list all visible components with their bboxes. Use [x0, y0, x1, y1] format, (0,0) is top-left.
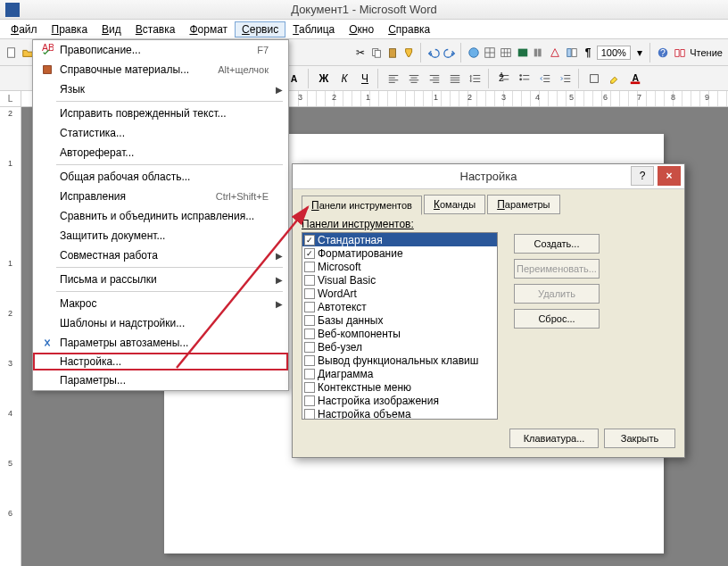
checkbox[interactable] [304, 409, 315, 420]
align-center-icon[interactable] [404, 69, 424, 88]
toolbar-list-item[interactable]: ✓Стандартная [302, 233, 497, 246]
toolbar-list-item[interactable]: Автотекст [302, 300, 497, 313]
menu-item[interactable]: Параметры... [33, 370, 288, 390]
toolbar-list-item[interactable]: Вывод функциональных клавиш [302, 354, 497, 367]
checkbox[interactable]: ✓ [304, 248, 315, 259]
hyperlink-icon[interactable] [466, 43, 481, 62]
toolbar-list-item[interactable]: Диаграмма [302, 367, 497, 380]
align-right-icon[interactable] [425, 69, 444, 88]
menu-формат[interactable]: Формат [182, 21, 235, 37]
create-button[interactable]: Создать... [514, 234, 600, 254]
menu-сервис[interactable]: Сервис [235, 21, 285, 37]
decrease-indent-icon[interactable] [535, 69, 555, 88]
menu-item[interactable]: Макрос▶ [33, 294, 288, 313]
menu-item[interactable]: Справочные материалы...Alt+щелчок [33, 60, 288, 79]
menu-таблица[interactable]: Таблица [285, 21, 342, 37]
font-color-icon[interactable]: A [625, 69, 645, 88]
checkbox[interactable] [304, 288, 315, 299]
checkbox[interactable] [304, 329, 315, 339]
menu-вставка[interactable]: Вставка [128, 21, 183, 37]
show-marks-icon[interactable]: ¶ [580, 43, 595, 62]
checkbox[interactable] [304, 275, 315, 286]
checkbox[interactable] [304, 262, 315, 272]
italic-button[interactable]: К [335, 69, 354, 88]
read-mode-label[interactable]: Чтение [688, 47, 724, 58]
dialog-help-button[interactable]: ? [631, 166, 654, 186]
menu-item[interactable]: Исправить поврежденный текст... [33, 104, 288, 123]
checkbox[interactable]: ✓ [304, 235, 315, 246]
menu-item[interactable]: Автореферат... [33, 143, 288, 162]
toolbar-list-item[interactable]: Базы данных [302, 313, 497, 327]
menu-item[interactable]: Общая рабочая область... [33, 167, 288, 187]
menu-item[interactable]: ABCПравописание...F7 [33, 40, 288, 60]
tables-borders-icon[interactable] [482, 43, 497, 62]
menu-item[interactable]: Защитить документ... [33, 226, 288, 246]
zoom-dropdown-icon[interactable]: ▾ [632, 43, 647, 62]
checkbox[interactable] [304, 342, 315, 353]
checkbox[interactable] [304, 369, 315, 379]
menu-справка[interactable]: Справка [381, 21, 437, 37]
checkbox[interactable] [304, 315, 315, 326]
bullets-icon[interactable] [515, 69, 534, 88]
zoom-combo[interactable]: 100% [597, 46, 631, 60]
toolbar-list-item[interactable]: Visual Basic [302, 273, 497, 287]
toolbar-list-item[interactable]: ✓Форматирование [302, 246, 497, 260]
dialog-tab[interactable]: Параметры [487, 195, 559, 214]
menu-item[interactable]: Сравнить и объединить исправления... [33, 206, 288, 226]
copy-icon[interactable] [368, 43, 384, 62]
numbering-icon[interactable]: 12 [494, 69, 514, 88]
close-dialog-button[interactable]: Закрыть [604, 429, 675, 448]
drawing-icon[interactable] [548, 43, 563, 62]
format-painter-icon[interactable] [401, 43, 417, 62]
reset-button[interactable]: Сброс... [514, 309, 600, 329]
line-spacing-icon[interactable] [466, 69, 485, 88]
menu-item[interactable]: Язык▶ [33, 79, 288, 99]
dialog-tab[interactable]: Команды [424, 195, 485, 214]
highlight-icon[interactable] [605, 69, 625, 88]
menu-item[interactable]: Шаблоны и надстройки... [33, 313, 288, 333]
excel-icon[interactable] [515, 43, 530, 62]
dialog-tab[interactable]: Панели инструментов [302, 196, 422, 215]
increase-indent-icon[interactable] [556, 69, 575, 88]
checkbox[interactable] [304, 395, 315, 406]
toolbar-list-item[interactable]: Контекстные меню [302, 380, 497, 394]
svg-rect-18 [534, 48, 538, 56]
toolbar-list-item[interactable]: Настройка объема [302, 407, 497, 420]
menu-item[interactable]: Статистика... [33, 123, 288, 143]
borders-icon[interactable] [584, 69, 604, 88]
menu-item[interactable]: Настройка... [33, 353, 288, 370]
toolbar-list-item[interactable]: Настройка изображения [302, 394, 497, 407]
keyboard-button[interactable]: Клавиатура... [509, 429, 599, 448]
checkbox[interactable] [304, 302, 315, 312]
menu-вид[interactable]: Вид [95, 21, 128, 37]
doc-map-icon[interactable] [564, 43, 579, 62]
menu-правка[interactable]: Правка [45, 21, 95, 37]
toolbars-listbox[interactable]: ✓Стандартная✓ФорматированиеMicrosoftVisu… [302, 232, 498, 420]
toolbar-list-item[interactable]: WordArt [302, 287, 497, 300]
insert-table-icon[interactable] [499, 43, 514, 62]
menu-item[interactable]: Параметры автозамены... [33, 333, 288, 353]
new-doc-icon[interactable] [4, 43, 19, 62]
menu-файл[interactable]: Файл [4, 21, 45, 37]
undo-icon[interactable] [426, 43, 441, 62]
toolbar-list-item[interactable]: Веб-узел [302, 340, 497, 354]
menu-item[interactable]: Совместная работа▶ [33, 246, 288, 265]
menu-item[interactable]: ИсправленияCtrl+Shift+E [33, 187, 288, 206]
checkbox[interactable] [304, 355, 315, 366]
underline-button[interactable]: Ч [355, 69, 375, 88]
read-mode-icon[interactable] [672, 43, 687, 62]
dialog-close-button[interactable]: × [658, 166, 681, 186]
align-justify-icon[interactable] [445, 69, 465, 88]
toolbar-list-item[interactable]: Microsoft [302, 260, 497, 273]
paste-icon[interactable] [385, 43, 401, 62]
cut-icon[interactable]: ✂ [352, 43, 368, 62]
help-icon[interactable]: ? [656, 43, 671, 62]
menu-item[interactable]: Письма и рассылки▶ [33, 270, 288, 289]
toolbar-list-item[interactable]: Веб-компоненты [302, 327, 497, 340]
redo-icon[interactable] [442, 43, 457, 62]
align-left-icon[interactable] [384, 69, 403, 88]
columns-icon[interactable] [531, 43, 546, 62]
checkbox[interactable] [304, 382, 315, 393]
menu-окно[interactable]: Окно [342, 21, 381, 37]
bold-button[interactable]: Ж [314, 69, 334, 88]
